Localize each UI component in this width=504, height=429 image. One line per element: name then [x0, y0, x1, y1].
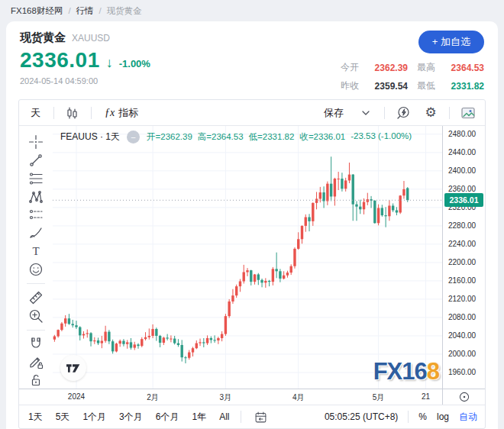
legend-open: 开=2362.39 — [147, 131, 192, 143]
legend-high: 高=2364.53 — [198, 131, 244, 143]
range-5d-button[interactable]: 5天 — [54, 409, 72, 425]
log-scale-button[interactable]: log — [437, 411, 449, 422]
legend-change: -23.53 (-1.00%) — [351, 131, 412, 143]
fx-icon: ƒx — [105, 107, 115, 119]
chart-widget: 天 ƒx 指标 保存 — [18, 99, 486, 429]
breadcrumb-separator: / — [99, 6, 102, 15]
breadcrumb-home[interactable]: FX168财经网 — [11, 5, 63, 17]
quote-card: 现货黄金 XAUUSD 2336.01 ↓ -1.00% 2024-05-14 … — [6, 21, 498, 429]
price-axis-label: 2480.00 — [448, 130, 476, 138]
percent-scale-button[interactable]: % — [418, 411, 427, 422]
toolbar-divider — [241, 411, 241, 423]
hide-series-toggle[interactable]: – — [127, 131, 140, 144]
settings-button[interactable]: ⚙ — [422, 104, 440, 122]
fib-retracement-icon — [28, 171, 44, 186]
chevron-down-icon — [362, 110, 370, 116]
tool-edit-lock[interactable] — [25, 353, 47, 370]
tradingview-logo-icon — [66, 364, 80, 373]
range-all-button[interactable]: All — [218, 410, 231, 424]
range-1y-button[interactable]: 1年 — [190, 409, 208, 425]
tool-trend-line[interactable] — [25, 152, 47, 169]
interval-button[interactable]: 天 — [27, 104, 44, 122]
price-axis-label: 2240.00 — [448, 240, 476, 248]
price-axis-label: 2080.00 — [448, 313, 476, 321]
tools-divider — [27, 330, 45, 331]
price-change-percent: -1.00% — [119, 58, 150, 69]
time-axis-label: 4月 — [292, 392, 305, 403]
time-axis-label: 2024 — [68, 392, 85, 401]
stat-label-high: 最高 — [417, 61, 435, 74]
candles-style-button[interactable] — [63, 104, 82, 122]
axis-corner — [442, 389, 485, 405]
stat-value-high: 2364.53 — [444, 63, 484, 73]
time-axis-row: 20242月3月4月5月21 — [19, 389, 485, 405]
tool-xabcd-pattern[interactable] — [25, 189, 47, 205]
tool-magnet[interactable] — [25, 336, 47, 353]
breadcrumb-current: 现货黄金 — [107, 5, 142, 17]
save-dropdown-button[interactable] — [357, 104, 375, 122]
indicators-label: 指标 — [118, 106, 138, 120]
chart-plot-area[interactable]: FEAUUS · 1天 – 开=2362.39 高=2364.53 低=2331… — [53, 126, 442, 389]
price-axis-label: 2000.00 — [448, 350, 476, 358]
watermark-8-text: 8 — [427, 358, 439, 385]
breadcrumb-quotes[interactable]: 行情 — [76, 5, 94, 17]
auto-scale-button[interactable]: 自动 — [459, 411, 477, 424]
price-axis-label: 2160.00 — [448, 276, 476, 285]
candlestick-icon — [66, 106, 79, 120]
tool-forecast[interactable] — [25, 206, 47, 223]
save-button[interactable]: 保存 — [320, 104, 347, 122]
tool-lock-all[interactable] — [25, 372, 47, 389]
toolbar-divider — [91, 107, 92, 119]
indicators-button[interactable]: ƒx 指标 — [101, 104, 142, 122]
toolbar-divider — [53, 107, 54, 119]
legend-close: 收=2336.01 — [299, 131, 345, 143]
toolbar-divider — [384, 107, 385, 119]
time-axis-label: 2月 — [147, 392, 159, 403]
tool-fib-retracement[interactable] — [25, 170, 47, 187]
instrument-title: 现货黄金 — [20, 31, 66, 45]
gear-icon: ⚙ — [425, 106, 436, 119]
tool-crosshair[interactable] — [25, 134, 47, 150]
price-axis-label: 2440.00 — [448, 148, 476, 156]
chart-legend: FEAUUS · 1天 – 开=2362.39 高=2364.53 低=2331… — [60, 131, 412, 144]
price-axis-label: 2200.00 — [448, 258, 476, 266]
watermark-fx-text: FX16 — [373, 358, 427, 385]
quote-stats: 今开 2362.39 最高 2364.53 昨收 2359.54 最低 2331… — [341, 61, 484, 92]
screenshot-button[interactable] — [459, 104, 477, 122]
trend-line-icon — [28, 153, 44, 168]
add-watchlist-button[interactable]: + 加自选 — [418, 31, 484, 53]
legend-low: 低=2331.82 — [249, 131, 295, 143]
stat-label-prev-close: 昨收 — [341, 79, 359, 92]
goto-date-button[interactable] — [251, 408, 270, 426]
scroll-target-button[interactable] — [455, 388, 473, 406]
session-clock[interactable]: 05:05:25 (UTC+8) — [325, 411, 398, 422]
lock-open-icon — [28, 373, 44, 388]
quote-timestamp: 2024-05-14 04:59:00 — [20, 76, 150, 85]
time-axis-label: 5月 — [373, 392, 385, 403]
stat-label-open: 今开 — [341, 61, 359, 74]
tool-ruler[interactable] — [25, 289, 47, 306]
image-icon — [460, 105, 476, 121]
save-label: 保存 — [324, 106, 344, 120]
range-6m-button[interactable]: 6个月 — [154, 409, 181, 425]
tool-zoom-in[interactable] — [25, 308, 47, 324]
tools-divider — [27, 283, 45, 284]
tool-emoji[interactable] — [25, 261, 47, 278]
price-axis-label: 2280.00 — [448, 221, 476, 230]
range-1d-button[interactable]: 1天 — [27, 409, 44, 425]
tool-brush[interactable] — [25, 224, 47, 241]
time-axis[interactable]: 20242月3月4月5月21 — [19, 389, 442, 405]
range-1m-button[interactable]: 1个月 — [81, 409, 108, 425]
smiley-icon — [28, 262, 44, 277]
tradingview-logo[interactable] — [60, 355, 86, 381]
tool-text[interactable]: T — [25, 243, 47, 260]
lightning-search-icon — [396, 105, 411, 121]
range-3m-button[interactable]: 3个月 — [118, 409, 144, 425]
candlestick-chart[interactable] — [53, 126, 442, 389]
price-axis[interactable]: 2480.002440.002400.002360.002320.002280.… — [442, 126, 485, 389]
drawing-toolbar: T — [19, 126, 53, 389]
legend-series-title: FEAUUS · 1天 — [60, 131, 120, 144]
chart-bottom-toolbar: 1天 5天 1个月 3个月 6个月 1年 All 05:05:25 (UTC+8… — [19, 405, 485, 428]
breadcrumb: FX168财经网 / 行情 / 现货黄金 — [0, 0, 504, 21]
quick-search-button[interactable] — [394, 104, 412, 122]
